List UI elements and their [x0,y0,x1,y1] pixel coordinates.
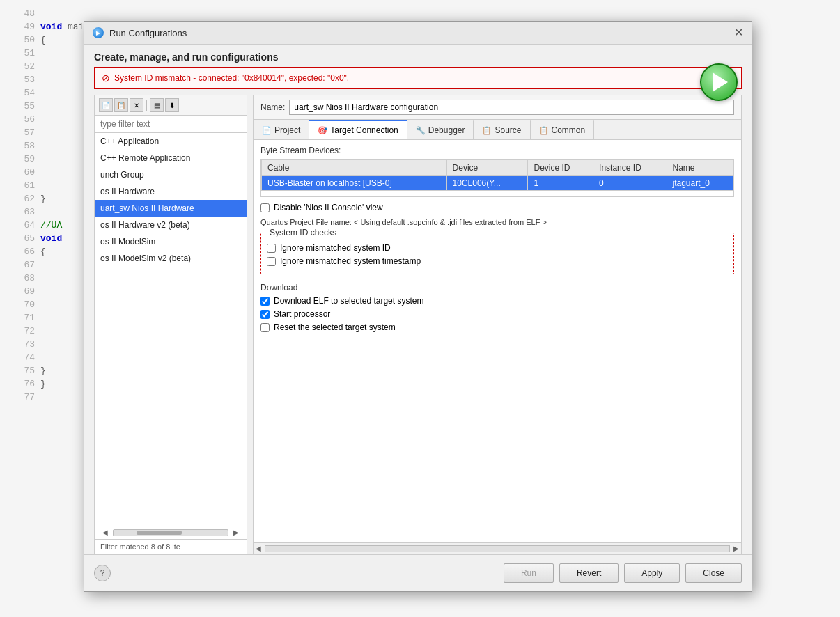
expand-button[interactable]: ⬇ [165,98,179,112]
error-banner: ⊘ System ID mismatch - connected: "0x840… [94,67,742,89]
error-icon: ⊘ [102,72,110,84]
col-device: Device [446,160,528,176]
right-panel: Name: 📄 Project 🎯 Target Connection 🔧 De… [253,95,742,554]
config-name-input[interactable] [289,100,734,115]
name-label: Name: [260,102,285,112]
scroll-right-arrow[interactable]: ▶ [231,529,241,536]
filter-config-button[interactable]: ▤ [150,98,164,112]
devices-table-wrapper[interactable]: Cable Device Device ID Instance ID Name … [260,159,734,197]
cell-cable: USB-Blaster on localhost [USB-0] [262,176,447,191]
list-item-selected[interactable]: uart_sw Nios II Hardware [95,200,247,217]
download-elf-checkbox[interactable] [260,297,270,306]
apply-button[interactable]: Apply [624,563,680,583]
reset-target-label: Reset the selected target system [274,322,396,332]
table-row[interactable]: USB-Blaster on localhost [USB-0] 10CL006… [262,176,733,191]
dialog-title-area: ▶ Run Configurations [93,27,187,38]
new-config-button[interactable]: 📄 [99,98,113,112]
revert-button[interactable]: Revert [559,563,619,583]
source-tab-icon: 📋 [482,126,492,135]
dialog-footer: ? Run Revert Apply Close [84,554,752,591]
copy-config-button[interactable]: 📋 [114,98,128,112]
devices-table: Cable Device Device ID Instance ID Name … [261,159,733,191]
system-id-checks-group: System ID checks Ignore mismatched syste… [260,233,734,274]
tabs-bar: 📄 Project 🎯 Target Connection 🔧 Debugger… [254,120,741,140]
filter-status: Filter matched 8 of 8 ite [95,539,247,554]
ignore-timestamp-label: Ignore mismatched system timestamp [280,256,421,266]
horizontal-scrollbar[interactable] [113,529,228,536]
scroll-left-icon[interactable]: ◀ [254,545,263,552]
list-item[interactable]: C++ Application [95,133,247,150]
tab-target-label: Target Connection [330,125,398,135]
ignore-timestamp-checkbox[interactable] [267,257,276,266]
error-text: System ID mismatch - connected: "0x84001… [114,73,349,83]
list-item[interactable]: os II ModelSim v2 (beta) [95,250,247,267]
filter-input[interactable] [95,116,247,133]
play-triangle-icon [713,72,728,92]
start-processor-row: Start processor [260,309,734,319]
tab-common-label: Common [552,125,586,135]
cell-instance-id: 0 [593,176,667,191]
run-button[interactable]: Run [504,563,554,583]
close-dialog-button[interactable]: ✕ [734,27,743,38]
tab-debugger[interactable]: 🔧 Debugger [407,120,474,139]
system-id-title: System ID checks [267,228,339,237]
disable-console-label: Disable 'Nios II Console' view [274,203,383,212]
download-elf-label: Download ELF to selected target system [274,296,423,306]
editor-line: 48 [14,7,826,20]
dialog-title: Run Configurations [109,28,187,38]
footer-spacer [116,563,498,583]
list-item[interactable]: os II ModelSim [95,233,247,250]
list-item[interactable]: C++ Remote Application [95,150,247,166]
bottom-scrollbar[interactable] [265,545,730,552]
byte-stream-label: Byte Stream Devices: [260,146,734,155]
reset-target-row: Reset the selected target system [260,322,734,332]
tab-target-connection[interactable]: 🎯 Target Connection [309,120,407,139]
list-item[interactable]: os II Hardware v2 (beta) [95,217,247,233]
tab-source[interactable]: 📋 Source [474,120,530,139]
target-tab-icon: 🎯 [318,126,327,135]
col-instance-id: Instance ID [593,160,667,176]
bottom-scroll-bar: ◀ ▶ [254,542,741,554]
list-item[interactable]: os II Hardware [95,183,247,200]
col-name: Name [667,160,733,176]
disable-console-row: Disable 'Nios II Console' view [260,203,734,212]
cell-name: jtaguart_0 [667,176,733,191]
quartus-file-value: < Using default .sopcinfo & .jdi files e… [354,218,547,226]
common-tab-icon: 📋 [539,126,549,135]
tab-common[interactable]: 📋 Common [531,120,595,139]
list-item[interactable]: unch Group [95,166,247,183]
scroll-right-icon[interactable]: ▶ [731,545,741,552]
ignore-mismatch-row: Ignore mismatched system ID [267,243,728,253]
project-tab-icon: 📄 [262,126,272,135]
ignore-timestamp-row: Ignore mismatched system timestamp [267,256,728,266]
ignore-mismatch-label: Ignore mismatched system ID [280,243,391,253]
toolbar-separator [146,100,147,111]
delete-config-button[interactable]: ✕ [130,98,143,112]
disable-console-checkbox[interactable] [260,203,270,212]
run-configurations-dialog: ▶ Run Configurations ✕ Create, manage, a… [84,21,752,592]
close-button[interactable]: Close [685,563,742,583]
footer-left: ? [94,563,111,583]
left-panel: 📄 📋 ✕ ▤ ⬇ C++ Application C++ Remote App… [94,95,247,554]
scroll-left-arrow[interactable]: ◀ [100,529,110,536]
left-toolbar: 📄 📋 ✕ ▤ ⬇ [95,95,247,116]
help-button[interactable]: ? [94,565,111,581]
cell-device-id: 1 [528,176,593,191]
tab-project[interactable]: 📄 Project [254,120,309,139]
run-play-button[interactable] [700,63,738,101]
run-icon: ▶ [93,27,104,38]
dialog-body: 📄 📋 ✕ ▤ ⬇ C++ Application C++ Remote App… [84,95,752,554]
tab-project-label: Project [274,125,300,135]
ignore-mismatch-checkbox[interactable] [267,244,276,253]
reset-target-checkbox[interactable] [260,323,270,332]
tab-content-area: Byte Stream Devices: Cable Device Device… [254,140,741,554]
tab-debugger-label: Debugger [428,125,465,135]
cell-device: 10CL006(Y... [446,176,528,191]
tab-source-label: Source [495,125,521,135]
start-processor-label: Start processor [274,309,330,319]
quartus-file-label: Quartus Project File name: [260,218,352,226]
col-cable: Cable [262,160,447,176]
start-processor-checkbox[interactable] [260,310,270,319]
download-section: Download Download ELF to selected target… [260,283,734,336]
dialog-titlebar: ▶ Run Configurations ✕ [84,22,752,45]
